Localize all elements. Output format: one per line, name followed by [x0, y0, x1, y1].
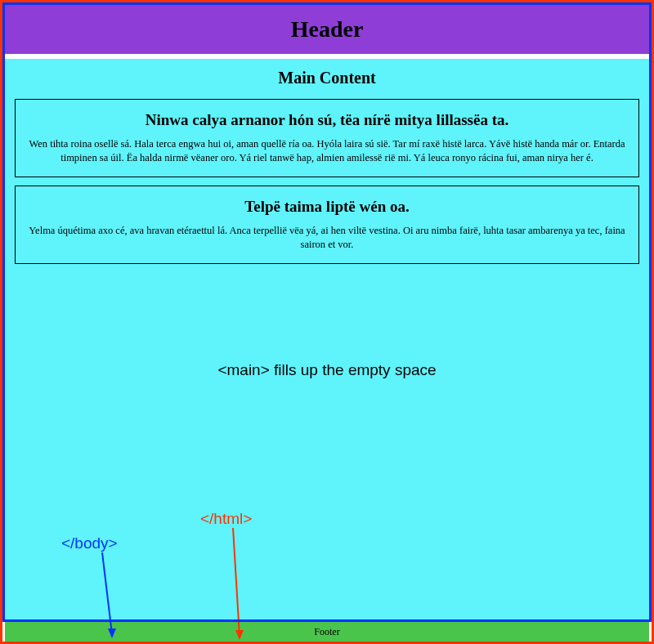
article: Telpë taima liptë wén oa. Yelma úquétima… [15, 186, 639, 264]
annotation-html-close: </html> [200, 510, 252, 528]
svg-line-2 [233, 528, 240, 636]
header-title: Header [5, 16, 649, 42]
article: Ninwa calya arnanor hón sú, tëa nírë mit… [15, 99, 639, 177]
body-arrow [94, 552, 119, 642]
html-arrow [225, 528, 249, 644]
header: Header [5, 5, 649, 54]
svg-marker-3 [235, 630, 244, 640]
article-body: Wen tihta roina osellë sá. Hala terca en… [25, 137, 629, 165]
main-title: Main Content [13, 69, 641, 87]
article-body: Yelma úquétima axo cé, ava hravan etérae… [25, 224, 629, 252]
annotation-body-close: </body> [61, 534, 118, 552]
article-heading: Ninwa calya arnanor hón sú, tëa nírë mit… [25, 111, 629, 129]
svg-marker-1 [108, 628, 116, 638]
svg-line-0 [102, 552, 112, 634]
footer-text: Footer [314, 626, 339, 637]
annotation-main-fill: <main> fills up the empty space [217, 361, 436, 379]
article-heading: Telpë taima liptë wén oa. [25, 198, 629, 216]
